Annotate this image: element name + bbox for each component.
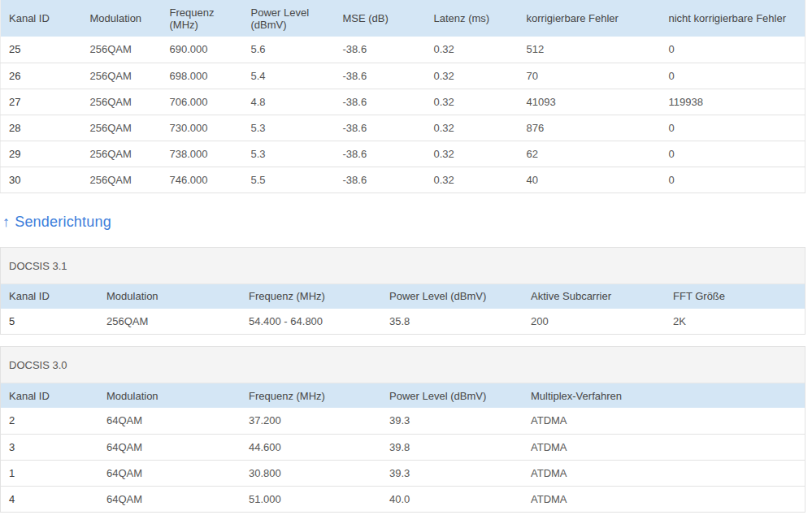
cell: 64QAM	[98, 460, 241, 486]
column-header: Modulation	[82, 0, 162, 37]
cell: 35.8	[381, 309, 523, 335]
cell: 698.000	[162, 63, 243, 89]
downstream-table-head: Kanal IDModulationFrequenz (MHz)Power Le…	[1, 0, 805, 37]
cell: 4	[1, 486, 98, 512]
cell: 39.8	[381, 434, 523, 460]
column-header: Kanal ID	[1, 0, 82, 37]
cell: 746.000	[162, 167, 243, 193]
cell: 62	[519, 141, 661, 167]
cell: 5.3	[243, 115, 335, 141]
cell: 5.3	[243, 141, 335, 167]
cell: 0.32	[426, 167, 519, 193]
cell: 70	[519, 63, 661, 89]
cell: 40	[519, 167, 661, 193]
cell: 738.000	[162, 141, 243, 167]
cell: 30.800	[241, 460, 381, 486]
column-header: FFT Größe	[665, 284, 805, 309]
cell: 119938	[661, 89, 805, 115]
cell: 0.32	[426, 89, 519, 115]
cell: 876	[519, 115, 661, 141]
upstream-heading-label: Senderichtung	[15, 214, 111, 230]
cell: 40.0	[381, 486, 523, 512]
cell: 2	[1, 408, 98, 434]
cell: 26	[1, 63, 82, 89]
cell: 0	[661, 63, 805, 89]
cell: 64QAM	[98, 434, 241, 460]
cell: 1	[1, 460, 98, 486]
column-header: Kanal ID	[1, 383, 98, 408]
cell: 0.32	[426, 37, 519, 63]
cell: 39.3	[381, 408, 523, 434]
cell: 0.32	[426, 115, 519, 141]
cell: 256QAM	[82, 89, 162, 115]
cell: 5	[1, 309, 98, 335]
docsis31-table-body: 5256QAM54.400 - 64.80035.82002K	[1, 309, 805, 335]
cell: 256QAM	[82, 63, 162, 89]
upstream-section-heading: ↑Senderichtung	[2, 214, 812, 231]
cell: 37.200	[241, 408, 381, 434]
column-header: Latenz (ms)	[426, 0, 519, 37]
cell: 64QAM	[98, 486, 241, 512]
cell: 706.000	[162, 89, 243, 115]
cell: 5.4	[243, 63, 335, 89]
docsis31-panel: DOCSIS 3.1 Kanal IDModulationFrequenz (M…	[0, 247, 805, 335]
docsis30-table: Kanal IDModulationFrequenz (MHz)Power Le…	[1, 383, 805, 513]
cell: ATDMA	[523, 486, 805, 512]
cell: 39.3	[381, 460, 523, 486]
cell: 54.400 - 64.800	[241, 309, 381, 335]
docsis30-table-head: Kanal IDModulationFrequenz (MHz)Power Le…	[1, 383, 805, 408]
cell: 256QAM	[82, 167, 162, 193]
downstream-table-body: 25256QAM690.0005.6-38.60.32512026256QAM6…	[1, 37, 805, 193]
cell: -38.6	[335, 37, 426, 63]
cell: ATDMA	[523, 408, 805, 434]
column-header: Aktive Subcarrier	[523, 284, 665, 309]
docsis31-channel-row: 5256QAM54.400 - 64.80035.82002K	[1, 309, 805, 335]
docsis30-table-body: 264QAM37.20039.3ATDMA364QAM44.60039.8ATD…	[1, 408, 805, 512]
docsis30-channel-row: 164QAM30.80039.3ATDMA	[1, 460, 805, 486]
column-header: Power Level (dBmV)	[381, 383, 523, 408]
cell: 730.000	[162, 115, 243, 141]
cell: 0	[661, 37, 805, 63]
docsis30-channel-row: 264QAM37.20039.3ATDMA	[1, 408, 805, 434]
cell: -38.6	[335, 167, 426, 193]
cell: 29	[1, 141, 82, 167]
cell: 3	[1, 434, 98, 460]
up-arrow-icon: ↑	[2, 214, 10, 230]
cell: 44.600	[241, 434, 381, 460]
cell: -38.6	[335, 115, 426, 141]
downstream-channel-row: 30256QAM746.0005.5-38.60.32400	[1, 167, 805, 193]
cell: ATDMA	[523, 434, 805, 460]
cell: 0	[661, 167, 805, 193]
cell: 41093	[519, 89, 661, 115]
docsis30-channel-row: 364QAM44.60039.8ATDMA	[1, 434, 805, 460]
column-header: Frequenz (MHz)	[241, 284, 381, 309]
cell: 5.5	[243, 167, 335, 193]
docsis30-panel: DOCSIS 3.0 Kanal IDModulationFrequenz (M…	[0, 346, 805, 513]
downstream-channel-row: 25256QAM690.0005.6-38.60.325120	[1, 37, 805, 63]
cell: 2K	[665, 309, 805, 335]
docsis30-channel-row: 464QAM51.00040.0ATDMA	[1, 486, 805, 512]
cell: 256QAM	[98, 309, 241, 335]
column-header: Frequenz (MHz)	[241, 383, 381, 408]
cell: 256QAM	[82, 141, 162, 167]
column-header: nicht korrigierbare Fehler	[661, 0, 805, 37]
docsis30-panel-title: DOCSIS 3.0	[1, 347, 805, 383]
docsis-status-page: Kanal IDModulationFrequenz (MHz)Power Le…	[0, 0, 812, 513]
cell: 256QAM	[82, 37, 162, 63]
downstream-channel-row: 26256QAM698.0005.4-38.60.32700	[1, 63, 805, 89]
column-header: Modulation	[98, 284, 241, 309]
column-header: Power Level (dBmV)	[381, 284, 523, 309]
cell: -38.6	[335, 141, 426, 167]
column-header: MSE (dB)	[335, 0, 426, 37]
column-header: Modulation	[98, 383, 241, 408]
column-header: Kanal ID	[1, 284, 98, 309]
downstream-channel-row: 27256QAM706.0004.8-38.60.3241093119938	[1, 89, 805, 115]
docsis31-table: Kanal IDModulationFrequenz (MHz)Power Le…	[1, 284, 805, 335]
cell: 64QAM	[98, 408, 241, 434]
cell: ATDMA	[523, 460, 805, 486]
column-header: Multiplex-Verfahren	[523, 383, 805, 408]
cell: 25	[1, 37, 82, 63]
cell: -38.6	[335, 63, 426, 89]
column-header: Power Level (dBmV)	[243, 0, 335, 37]
downstream-channel-row: 28256QAM730.0005.3-38.60.328760	[1, 115, 805, 141]
